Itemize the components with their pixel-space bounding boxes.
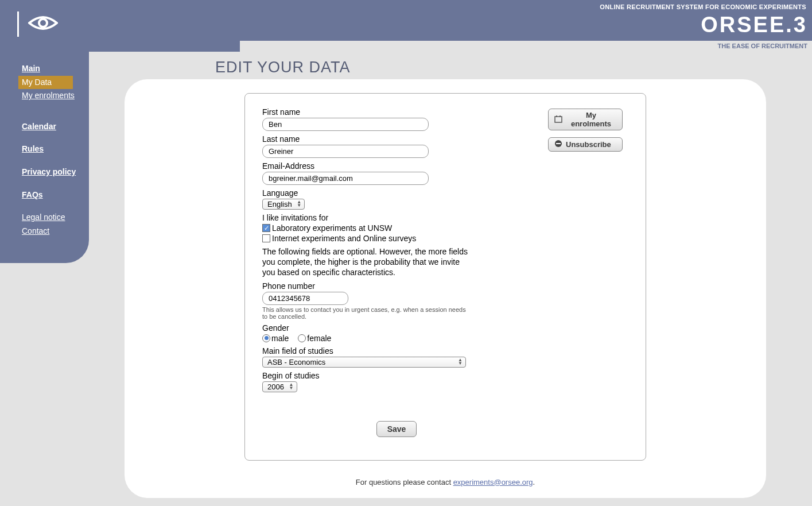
calendar-icon <box>554 115 562 125</box>
nav-legal[interactable]: Legal notice <box>0 211 89 225</box>
gender-male-label: male <box>271 334 289 343</box>
save-button-label: Save <box>387 424 406 434</box>
last-name-label: Last name <box>262 134 531 144</box>
language-label: Language <box>262 188 531 198</box>
invite-online-checkbox[interactable] <box>262 234 270 242</box>
first-name-label: First name <box>262 107 531 117</box>
nav-my-data[interactable]: My Data <box>18 76 73 90</box>
content-area: EDIT YOUR DATA First name Last name Emai… <box>89 52 812 506</box>
svg-rect-1 <box>555 117 562 122</box>
gender-female-label: female <box>307 334 331 343</box>
footer-email-link[interactable]: experiments@orsee.org <box>453 478 533 486</box>
footer-contact: For questions please contact experiments… <box>159 478 732 486</box>
field-of-studies-value: ASB - Economics <box>267 358 325 366</box>
language-select[interactable]: English ▲▼ <box>262 199 305 210</box>
nav-contact[interactable]: Contact <box>0 225 89 238</box>
first-name-input[interactable] <box>262 118 429 131</box>
nav-my-enrolments[interactable]: My enrolments <box>0 89 89 103</box>
logo <box>17 11 58 37</box>
sidebar: Main My Data My enrolments Calendar Rule… <box>0 52 89 263</box>
svg-rect-5 <box>556 143 561 144</box>
begin-studies-value: 2006 <box>267 383 284 391</box>
save-button[interactable]: Save <box>376 421 417 437</box>
begin-studies-label: Begin of studies <box>262 371 531 380</box>
last-name-input[interactable] <box>262 145 429 158</box>
page-title: EDIT YOUR DATA <box>215 59 351 76</box>
gender-label: Gender <box>262 323 531 333</box>
language-value: English <box>267 200 292 208</box>
invite-online-label: Internet experiments and Online surveys <box>272 234 416 243</box>
nav-main[interactable]: Main <box>0 62 89 76</box>
unsubscribe-button[interactable]: Unsubscribe <box>548 137 623 152</box>
brand-name: ORSEE.3 <box>701 13 807 37</box>
phone-hint: This allows us to contact you in urgent … <box>262 306 469 320</box>
header-tagline: ONLINE RECRUITMENT SYSTEM FOR ECONOMIC E… <box>600 3 806 10</box>
gender-male-radio[interactable] <box>262 334 270 342</box>
eye-icon <box>28 14 58 34</box>
nav-privacy[interactable]: Privacy policy <box>0 165 89 179</box>
nav-rules[interactable]: Rules <box>0 142 89 156</box>
optional-note: The following fields are optional. Howev… <box>262 246 469 278</box>
field-of-studies-label: Main field of studies <box>262 346 531 356</box>
select-arrows-icon: ▲▼ <box>457 358 463 365</box>
header-subtagline: THE EASE OF RECRUITMENT <box>718 43 807 49</box>
header: ONLINE RECRUITMENT SYSTEM FOR ECONOMIC E… <box>0 0 812 52</box>
nav-calendar[interactable]: Calendar <box>0 120 89 134</box>
select-arrows-icon: ▲▼ <box>296 200 302 207</box>
invitations-label: I like invitations for <box>262 213 531 222</box>
begin-studies-select[interactable]: 2006 ▲▼ <box>262 381 297 392</box>
invite-lab-checkbox[interactable]: ✓ <box>262 224 270 232</box>
email-input[interactable] <box>262 172 429 185</box>
phone-input[interactable] <box>262 292 348 305</box>
svg-point-0 <box>39 19 47 27</box>
my-enrolments-label: My enrolments <box>566 111 616 128</box>
email-label: Email-Address <box>262 161 531 171</box>
nav-faqs[interactable]: FAQs <box>0 188 89 202</box>
form-panel: First name Last name Email-Address Langu… <box>244 93 646 461</box>
phone-label: Phone number <box>262 281 531 291</box>
minus-circle-icon <box>554 140 562 149</box>
content-card: First name Last name Email-Address Langu… <box>125 79 766 498</box>
unsubscribe-label: Unsubscribe <box>566 140 611 149</box>
my-enrolments-button[interactable]: My enrolments <box>548 109 623 130</box>
select-arrows-icon: ▲▼ <box>289 383 294 390</box>
field-of-studies-select[interactable]: ASB - Economics ▲▼ <box>262 357 466 368</box>
gender-female-radio[interactable] <box>298 334 306 342</box>
invite-lab-label: Laboratory experiments at UNSW <box>272 223 392 233</box>
